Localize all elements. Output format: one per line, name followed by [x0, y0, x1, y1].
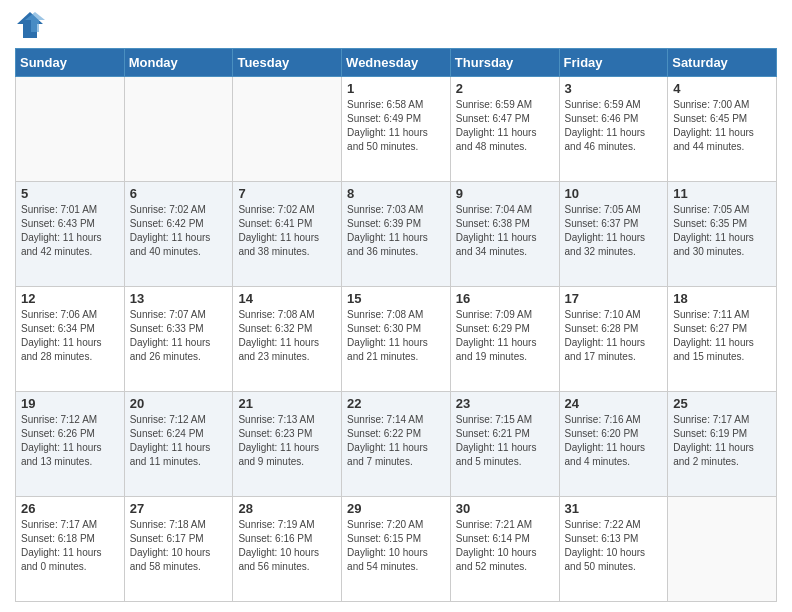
day-cell: 11Sunrise: 7:05 AM Sunset: 6:35 PM Dayli…: [668, 182, 777, 287]
day-info: Sunrise: 7:07 AM Sunset: 6:33 PM Dayligh…: [130, 308, 228, 364]
day-info: Sunrise: 7:11 AM Sunset: 6:27 PM Dayligh…: [673, 308, 771, 364]
calendar-header: SundayMondayTuesdayWednesdayThursdayFrid…: [16, 49, 777, 77]
day-number: 10: [565, 186, 663, 201]
day-number: 11: [673, 186, 771, 201]
weekday-row: SundayMondayTuesdayWednesdayThursdayFrid…: [16, 49, 777, 77]
weekday-sunday: Sunday: [16, 49, 125, 77]
weekday-tuesday: Tuesday: [233, 49, 342, 77]
day-number: 22: [347, 396, 445, 411]
day-cell: 1Sunrise: 6:58 AM Sunset: 6:49 PM Daylig…: [342, 77, 451, 182]
day-number: 5: [21, 186, 119, 201]
day-info: Sunrise: 7:05 AM Sunset: 6:37 PM Dayligh…: [565, 203, 663, 259]
day-number: 8: [347, 186, 445, 201]
day-number: 3: [565, 81, 663, 96]
day-cell: 12Sunrise: 7:06 AM Sunset: 6:34 PM Dayli…: [16, 287, 125, 392]
day-info: Sunrise: 7:05 AM Sunset: 6:35 PM Dayligh…: [673, 203, 771, 259]
day-info: Sunrise: 6:59 AM Sunset: 6:47 PM Dayligh…: [456, 98, 554, 154]
day-cell: 10Sunrise: 7:05 AM Sunset: 6:37 PM Dayli…: [559, 182, 668, 287]
day-cell: 6Sunrise: 7:02 AM Sunset: 6:42 PM Daylig…: [124, 182, 233, 287]
week-row-0: 1Sunrise: 6:58 AM Sunset: 6:49 PM Daylig…: [16, 77, 777, 182]
header: [15, 10, 777, 40]
day-cell: 23Sunrise: 7:15 AM Sunset: 6:21 PM Dayli…: [450, 392, 559, 497]
day-cell: 14Sunrise: 7:08 AM Sunset: 6:32 PM Dayli…: [233, 287, 342, 392]
day-number: 6: [130, 186, 228, 201]
day-info: Sunrise: 7:21 AM Sunset: 6:14 PM Dayligh…: [456, 518, 554, 574]
day-cell: 21Sunrise: 7:13 AM Sunset: 6:23 PM Dayli…: [233, 392, 342, 497]
day-cell: 15Sunrise: 7:08 AM Sunset: 6:30 PM Dayli…: [342, 287, 451, 392]
day-info: Sunrise: 7:00 AM Sunset: 6:45 PM Dayligh…: [673, 98, 771, 154]
day-info: Sunrise: 7:01 AM Sunset: 6:43 PM Dayligh…: [21, 203, 119, 259]
day-info: Sunrise: 7:10 AM Sunset: 6:28 PM Dayligh…: [565, 308, 663, 364]
weekday-friday: Friday: [559, 49, 668, 77]
page: SundayMondayTuesdayWednesdayThursdayFrid…: [0, 0, 792, 612]
day-cell: [16, 77, 125, 182]
day-cell: 16Sunrise: 7:09 AM Sunset: 6:29 PM Dayli…: [450, 287, 559, 392]
day-info: Sunrise: 7:17 AM Sunset: 6:18 PM Dayligh…: [21, 518, 119, 574]
day-cell: 31Sunrise: 7:22 AM Sunset: 6:13 PM Dayli…: [559, 497, 668, 602]
day-info: Sunrise: 6:58 AM Sunset: 6:49 PM Dayligh…: [347, 98, 445, 154]
logo-icon: [15, 10, 45, 40]
day-number: 27: [130, 501, 228, 516]
day-number: 28: [238, 501, 336, 516]
week-row-4: 26Sunrise: 7:17 AM Sunset: 6:18 PM Dayli…: [16, 497, 777, 602]
calendar-body: 1Sunrise: 6:58 AM Sunset: 6:49 PM Daylig…: [16, 77, 777, 602]
day-info: Sunrise: 7:17 AM Sunset: 6:19 PM Dayligh…: [673, 413, 771, 469]
day-cell: 13Sunrise: 7:07 AM Sunset: 6:33 PM Dayli…: [124, 287, 233, 392]
day-number: 12: [21, 291, 119, 306]
weekday-monday: Monday: [124, 49, 233, 77]
week-row-1: 5Sunrise: 7:01 AM Sunset: 6:43 PM Daylig…: [16, 182, 777, 287]
day-cell: 30Sunrise: 7:21 AM Sunset: 6:14 PM Dayli…: [450, 497, 559, 602]
day-number: 7: [238, 186, 336, 201]
day-cell: 2Sunrise: 6:59 AM Sunset: 6:47 PM Daylig…: [450, 77, 559, 182]
day-info: Sunrise: 7:15 AM Sunset: 6:21 PM Dayligh…: [456, 413, 554, 469]
day-cell: 29Sunrise: 7:20 AM Sunset: 6:15 PM Dayli…: [342, 497, 451, 602]
calendar: SundayMondayTuesdayWednesdayThursdayFrid…: [15, 48, 777, 602]
day-cell: 17Sunrise: 7:10 AM Sunset: 6:28 PM Dayli…: [559, 287, 668, 392]
day-info: Sunrise: 7:19 AM Sunset: 6:16 PM Dayligh…: [238, 518, 336, 574]
day-number: 18: [673, 291, 771, 306]
day-cell: 28Sunrise: 7:19 AM Sunset: 6:16 PM Dayli…: [233, 497, 342, 602]
day-number: 24: [565, 396, 663, 411]
day-number: 30: [456, 501, 554, 516]
day-number: 25: [673, 396, 771, 411]
day-info: Sunrise: 7:06 AM Sunset: 6:34 PM Dayligh…: [21, 308, 119, 364]
day-number: 20: [130, 396, 228, 411]
day-number: 26: [21, 501, 119, 516]
day-cell: 7Sunrise: 7:02 AM Sunset: 6:41 PM Daylig…: [233, 182, 342, 287]
day-number: 13: [130, 291, 228, 306]
weekday-wednesday: Wednesday: [342, 49, 451, 77]
day-info: Sunrise: 6:59 AM Sunset: 6:46 PM Dayligh…: [565, 98, 663, 154]
day-cell: [233, 77, 342, 182]
day-number: 4: [673, 81, 771, 96]
day-cell: 27Sunrise: 7:18 AM Sunset: 6:17 PM Dayli…: [124, 497, 233, 602]
day-info: Sunrise: 7:09 AM Sunset: 6:29 PM Dayligh…: [456, 308, 554, 364]
day-info: Sunrise: 7:02 AM Sunset: 6:42 PM Dayligh…: [130, 203, 228, 259]
day-cell: 22Sunrise: 7:14 AM Sunset: 6:22 PM Dayli…: [342, 392, 451, 497]
day-cell: 5Sunrise: 7:01 AM Sunset: 6:43 PM Daylig…: [16, 182, 125, 287]
day-cell: 8Sunrise: 7:03 AM Sunset: 6:39 PM Daylig…: [342, 182, 451, 287]
day-cell: 24Sunrise: 7:16 AM Sunset: 6:20 PM Dayli…: [559, 392, 668, 497]
day-cell: 26Sunrise: 7:17 AM Sunset: 6:18 PM Dayli…: [16, 497, 125, 602]
day-info: Sunrise: 7:14 AM Sunset: 6:22 PM Dayligh…: [347, 413, 445, 469]
day-cell: 19Sunrise: 7:12 AM Sunset: 6:26 PM Dayli…: [16, 392, 125, 497]
day-cell: 18Sunrise: 7:11 AM Sunset: 6:27 PM Dayli…: [668, 287, 777, 392]
weekday-saturday: Saturday: [668, 49, 777, 77]
day-info: Sunrise: 7:08 AM Sunset: 6:30 PM Dayligh…: [347, 308, 445, 364]
day-info: Sunrise: 7:04 AM Sunset: 6:38 PM Dayligh…: [456, 203, 554, 259]
day-info: Sunrise: 7:08 AM Sunset: 6:32 PM Dayligh…: [238, 308, 336, 364]
day-info: Sunrise: 7:03 AM Sunset: 6:39 PM Dayligh…: [347, 203, 445, 259]
weekday-thursday: Thursday: [450, 49, 559, 77]
day-cell: 4Sunrise: 7:00 AM Sunset: 6:45 PM Daylig…: [668, 77, 777, 182]
day-number: 21: [238, 396, 336, 411]
day-cell: 3Sunrise: 6:59 AM Sunset: 6:46 PM Daylig…: [559, 77, 668, 182]
day-number: 23: [456, 396, 554, 411]
day-info: Sunrise: 7:22 AM Sunset: 6:13 PM Dayligh…: [565, 518, 663, 574]
day-info: Sunrise: 7:13 AM Sunset: 6:23 PM Dayligh…: [238, 413, 336, 469]
day-info: Sunrise: 7:18 AM Sunset: 6:17 PM Dayligh…: [130, 518, 228, 574]
day-cell: 20Sunrise: 7:12 AM Sunset: 6:24 PM Dayli…: [124, 392, 233, 497]
week-row-3: 19Sunrise: 7:12 AM Sunset: 6:26 PM Dayli…: [16, 392, 777, 497]
day-number: 17: [565, 291, 663, 306]
day-number: 29: [347, 501, 445, 516]
logo: [15, 10, 49, 40]
day-info: Sunrise: 7:12 AM Sunset: 6:24 PM Dayligh…: [130, 413, 228, 469]
